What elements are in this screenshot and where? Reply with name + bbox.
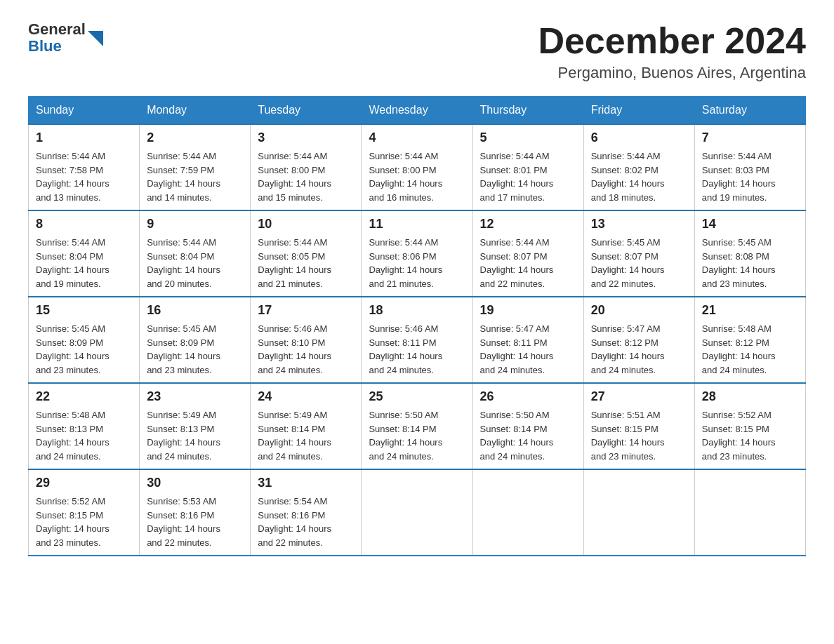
calendar-cell: 8 Sunrise: 5:44 AM Sunset: 8:04 PM Dayli…: [29, 210, 140, 297]
weekday-header-row: SundayMondayTuesdayWednesdayThursdayFrid…: [29, 97, 806, 125]
day-info: Sunrise: 5:44 AM Sunset: 8:05 PM Dayligh…: [258, 236, 354, 290]
day-number: 5: [480, 130, 576, 145]
day-number: 27: [591, 389, 687, 404]
calendar-cell: 31 Sunrise: 5:54 AM Sunset: 8:16 PM Dayl…: [251, 469, 362, 556]
day-number: 2: [147, 130, 243, 145]
day-info: Sunrise: 5:44 AM Sunset: 8:03 PM Dayligh…: [702, 149, 798, 204]
day-info: Sunrise: 5:49 AM Sunset: 8:13 PM Dayligh…: [147, 408, 243, 463]
day-info: Sunrise: 5:45 AM Sunset: 8:07 PM Dayligh…: [591, 236, 687, 290]
calendar-cell: 23 Sunrise: 5:49 AM Sunset: 8:13 PM Dayl…: [140, 383, 251, 469]
calendar-cell: 21 Sunrise: 5:48 AM Sunset: 8:12 PM Dayl…: [694, 297, 805, 383]
calendar-cell: [362, 469, 472, 556]
day-info: Sunrise: 5:44 AM Sunset: 8:00 PM Dayligh…: [369, 149, 465, 204]
day-number: 11: [369, 217, 465, 232]
logo: General Blue: [28, 21, 103, 55]
day-number: 22: [36, 389, 132, 404]
day-info: Sunrise: 5:44 AM Sunset: 8:00 PM Dayligh…: [258, 149, 354, 204]
day-info: Sunrise: 5:48 AM Sunset: 8:13 PM Dayligh…: [36, 408, 132, 463]
day-info: Sunrise: 5:50 AM Sunset: 8:14 PM Dayligh…: [480, 408, 576, 463]
calendar-cell: 14 Sunrise: 5:45 AM Sunset: 8:08 PM Dayl…: [694, 210, 805, 297]
day-number: 13: [591, 217, 687, 232]
day-number: 15: [36, 303, 132, 318]
day-number: 18: [369, 303, 465, 318]
calendar-week-row: 22 Sunrise: 5:48 AM Sunset: 8:13 PM Dayl…: [29, 383, 806, 469]
calendar-cell: 15 Sunrise: 5:45 AM Sunset: 8:09 PM Dayl…: [29, 297, 140, 383]
calendar-cell: 22 Sunrise: 5:48 AM Sunset: 8:13 PM Dayl…: [29, 383, 140, 469]
day-number: 23: [147, 389, 243, 404]
day-number: 21: [702, 303, 798, 318]
day-number: 16: [147, 303, 243, 318]
day-number: 8: [36, 217, 132, 232]
calendar-cell: [472, 469, 583, 556]
calendar-cell: 13 Sunrise: 5:45 AM Sunset: 8:07 PM Dayl…: [583, 210, 694, 297]
day-info: Sunrise: 5:51 AM Sunset: 8:15 PM Dayligh…: [591, 408, 687, 463]
day-number: 9: [147, 217, 243, 232]
day-info: Sunrise: 5:44 AM Sunset: 7:58 PM Dayligh…: [36, 149, 132, 204]
calendar-cell: 5 Sunrise: 5:44 AM Sunset: 8:01 PM Dayli…: [472, 124, 583, 210]
calendar-cell: 20 Sunrise: 5:47 AM Sunset: 8:12 PM Dayl…: [583, 297, 694, 383]
weekday-header-saturday: Saturday: [694, 97, 805, 125]
calendar-cell: 17 Sunrise: 5:46 AM Sunset: 8:10 PM Dayl…: [251, 297, 362, 383]
day-info: Sunrise: 5:46 AM Sunset: 8:11 PM Dayligh…: [369, 322, 465, 377]
title-block: December 2024 Pergamino, Buenos Aires, A…: [538, 21, 806, 82]
day-number: 19: [480, 303, 576, 318]
day-number: 24: [258, 389, 354, 404]
day-info: Sunrise: 5:48 AM Sunset: 8:12 PM Dayligh…: [702, 322, 798, 377]
calendar-cell: 16 Sunrise: 5:45 AM Sunset: 8:09 PM Dayl…: [140, 297, 251, 383]
day-info: Sunrise: 5:45 AM Sunset: 8:09 PM Dayligh…: [147, 322, 243, 377]
day-info: Sunrise: 5:52 AM Sunset: 8:15 PM Dayligh…: [702, 408, 798, 463]
day-number: 10: [258, 217, 354, 232]
day-info: Sunrise: 5:44 AM Sunset: 8:01 PM Dayligh…: [480, 149, 576, 204]
day-info: Sunrise: 5:44 AM Sunset: 8:02 PM Dayligh…: [591, 149, 687, 204]
logo-arrow-icon: [88, 31, 103, 46]
logo-blue-text: Blue: [28, 38, 86, 55]
day-number: 30: [147, 476, 243, 490]
logo-general-text: General: [28, 21, 86, 38]
calendar-cell: 2 Sunrise: 5:44 AM Sunset: 7:59 PM Dayli…: [140, 124, 251, 210]
day-info: Sunrise: 5:44 AM Sunset: 8:06 PM Dayligh…: [369, 236, 465, 290]
weekday-header-friday: Friday: [583, 97, 694, 125]
weekday-header-tuesday: Tuesday: [251, 97, 362, 125]
day-number: 7: [702, 130, 798, 145]
day-info: Sunrise: 5:47 AM Sunset: 8:11 PM Dayligh…: [480, 322, 576, 377]
day-info: Sunrise: 5:44 AM Sunset: 8:07 PM Dayligh…: [480, 236, 576, 290]
calendar-cell: 24 Sunrise: 5:49 AM Sunset: 8:14 PM Dayl…: [251, 383, 362, 469]
day-info: Sunrise: 5:47 AM Sunset: 8:12 PM Dayligh…: [591, 322, 687, 377]
day-number: 26: [480, 389, 576, 404]
calendar-cell: [694, 469, 805, 556]
day-info: Sunrise: 5:44 AM Sunset: 7:59 PM Dayligh…: [147, 149, 243, 204]
calendar-cell: 10 Sunrise: 5:44 AM Sunset: 8:05 PM Dayl…: [251, 210, 362, 297]
day-number: 4: [369, 130, 465, 145]
calendar-cell: 11 Sunrise: 5:44 AM Sunset: 8:06 PM Dayl…: [362, 210, 472, 297]
day-number: 3: [258, 130, 354, 145]
day-info: Sunrise: 5:53 AM Sunset: 8:16 PM Dayligh…: [147, 495, 243, 549]
weekday-header-sunday: Sunday: [29, 97, 140, 125]
weekday-header-wednesday: Wednesday: [362, 97, 472, 125]
day-number: 17: [258, 303, 354, 318]
weekday-header-thursday: Thursday: [472, 97, 583, 125]
calendar-cell: 9 Sunrise: 5:44 AM Sunset: 8:04 PM Dayli…: [140, 210, 251, 297]
day-number: 25: [369, 389, 465, 404]
day-info: Sunrise: 5:44 AM Sunset: 8:04 PM Dayligh…: [147, 236, 243, 290]
calendar-week-row: 15 Sunrise: 5:45 AM Sunset: 8:09 PM Dayl…: [29, 297, 806, 383]
day-number: 29: [36, 476, 132, 490]
location-title: Pergamino, Buenos Aires, Argentina: [538, 64, 806, 82]
day-info: Sunrise: 5:46 AM Sunset: 8:10 PM Dayligh…: [258, 322, 354, 377]
calendar-cell: 25 Sunrise: 5:50 AM Sunset: 8:14 PM Dayl…: [362, 383, 472, 469]
day-number: 6: [591, 130, 687, 145]
day-info: Sunrise: 5:52 AM Sunset: 8:15 PM Dayligh…: [36, 495, 132, 549]
day-info: Sunrise: 5:49 AM Sunset: 8:14 PM Dayligh…: [258, 408, 354, 463]
month-title: December 2024: [538, 21, 806, 61]
calendar-cell: 19 Sunrise: 5:47 AM Sunset: 8:11 PM Dayl…: [472, 297, 583, 383]
calendar-week-row: 1 Sunrise: 5:44 AM Sunset: 7:58 PM Dayli…: [29, 124, 806, 210]
svg-marker-0: [88, 31, 103, 46]
day-number: 20: [591, 303, 687, 318]
day-number: 31: [258, 476, 354, 490]
day-info: Sunrise: 5:45 AM Sunset: 8:09 PM Dayligh…: [36, 322, 132, 377]
calendar-cell: 29 Sunrise: 5:52 AM Sunset: 8:15 PM Dayl…: [29, 469, 140, 556]
calendar-cell: 27 Sunrise: 5:51 AM Sunset: 8:15 PM Dayl…: [583, 383, 694, 469]
calendar-week-row: 8 Sunrise: 5:44 AM Sunset: 8:04 PM Dayli…: [29, 210, 806, 297]
calendar-week-row: 29 Sunrise: 5:52 AM Sunset: 8:15 PM Dayl…: [29, 469, 806, 556]
day-number: 1: [36, 130, 132, 145]
calendar-cell: 28 Sunrise: 5:52 AM Sunset: 8:15 PM Dayl…: [694, 383, 805, 469]
